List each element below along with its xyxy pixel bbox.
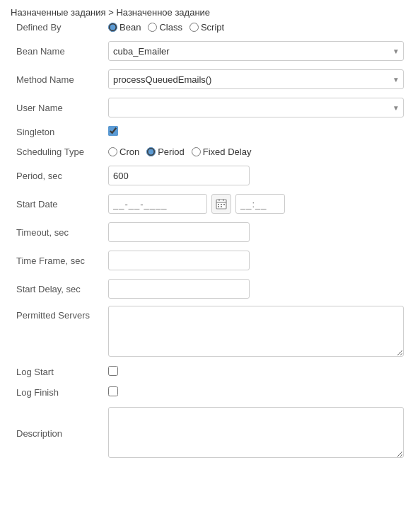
radio-fixed-delay-text: Fixed Delay [203,147,252,157]
description-textarea[interactable] [108,407,404,458]
scheduling-type-label: Scheduling Type [11,142,103,161]
radio-class-label[interactable]: Class [148,22,182,33]
radio-script[interactable] [189,23,199,32]
log-finish-checkbox[interactable] [108,386,118,396]
permitted-servers-textarea[interactable] [108,306,404,357]
description-row: Description [11,403,409,464]
singleton-checkbox[interactable] [108,126,118,136]
log-finish-row: Log Finish [11,382,409,403]
start-date-input[interactable] [108,194,207,214]
user-name-select-wrapper [108,98,404,117]
scheduling-type-row: Scheduling Type Cron Period Fixed Delay [11,142,409,161]
time-frame-sec-label: Time Frame, sec [11,246,103,275]
method-name-select-wrapper: processQueuedEmails() [108,69,404,89]
radio-period-label[interactable]: Period [146,147,185,157]
start-date-row: Start Date [11,190,409,218]
svg-rect-4 [218,204,219,205]
svg-rect-6 [223,204,225,205]
svg-rect-7 [218,206,219,207]
radio-bean-label[interactable]: Bean [108,22,141,33]
method-name-row: Method Name processQueuedEmails() [11,65,409,93]
time-frame-sec-input[interactable] [108,251,250,270]
start-date-label: Start Date [11,190,103,218]
timeout-sec-label: Timeout, sec [11,218,103,246]
timeout-sec-row: Timeout, sec [11,218,409,246]
breadcrumb-separator: > [106,7,117,18]
radio-bean[interactable] [108,23,117,32]
user-name-row: User Name [11,93,409,122]
radio-fixed-delay[interactable] [192,147,201,156]
radio-script-label[interactable]: Script [189,22,224,33]
start-date-wrapper [108,194,404,214]
log-start-row: Log Start [11,362,409,382]
radio-fixed-delay-label[interactable]: Fixed Delay [192,147,252,157]
breadcrumb-link[interactable]: Назначенные задания [11,7,106,18]
radio-period-text: Period [158,147,185,157]
period-sec-input[interactable] [108,166,250,185]
user-name-select[interactable] [108,98,404,117]
timeout-sec-input[interactable] [108,222,250,242]
radio-class-text: Class [159,22,182,33]
radio-cron[interactable] [108,147,117,156]
radio-class[interactable] [148,23,157,32]
calendar-icon [216,198,227,209]
log-start-checkbox[interactable] [108,366,118,376]
log-start-label: Log Start [11,362,103,382]
defined-by-row: Defined By Bean Class Script [11,18,409,37]
singleton-label: Singleton [11,122,103,142]
log-finish-label: Log Finish [11,382,103,403]
user-name-label: User Name [11,93,103,122]
period-sec-row: Period, sec [11,161,409,190]
scheduling-type-options: Cron Period Fixed Delay [108,147,404,157]
radio-cron-label[interactable]: Cron [108,147,139,157]
start-delay-sec-label: Start Delay, sec [11,275,103,303]
radio-script-text: Script [201,22,224,33]
description-label: Description [11,403,103,464]
singleton-row: Singleton [11,122,409,142]
start-time-input[interactable] [235,194,285,214]
start-delay-sec-input[interactable] [108,279,250,299]
breadcrumb-current: Назначенное задание [116,7,210,18]
defined-by-options: Bean Class Script [108,22,404,33]
method-name-label: Method Name [11,65,103,93]
calendar-button[interactable] [211,194,231,214]
radio-bean-text: Bean [119,22,141,33]
svg-rect-5 [221,204,222,205]
permitted-servers-row: Permitted Servers [11,303,409,362]
breadcrumb: Назначенные задания > Назначенное задани… [11,7,409,18]
permitted-servers-label: Permitted Servers [11,303,103,362]
bean-name-select-wrapper: cuba_Emailer [108,41,404,61]
svg-rect-8 [221,206,222,207]
method-name-select[interactable]: processQueuedEmails() [108,69,404,89]
bean-name-select[interactable]: cuba_Emailer [108,41,404,61]
radio-period[interactable] [146,147,156,156]
radio-cron-text: Cron [119,147,139,157]
bean-name-label: Bean Name [11,37,103,65]
time-frame-sec-row: Time Frame, sec [11,246,409,275]
start-delay-sec-row: Start Delay, sec [11,275,409,303]
period-sec-label: Period, sec [11,161,103,190]
defined-by-label: Defined By [11,18,103,37]
form-table: Defined By Bean Class Script [11,18,409,464]
bean-name-row: Bean Name cuba_Emailer [11,37,409,65]
